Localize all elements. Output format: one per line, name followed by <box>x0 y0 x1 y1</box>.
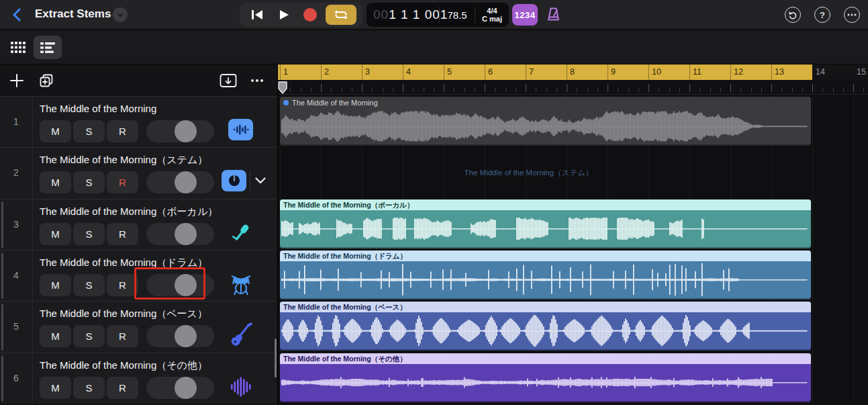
go-to-beginning-button[interactable] <box>246 5 269 25</box>
playhead-position: 001 1 1 001 <box>367 7 439 22</box>
volume-knob[interactable] <box>175 377 197 399</box>
cycle-button[interactable] <box>326 5 356 25</box>
record-enable-button[interactable]: R <box>107 171 138 193</box>
solo-button[interactable]: S <box>73 377 105 399</box>
solo-button[interactable]: S <box>73 171 105 193</box>
lane-row[interactable]: The Middle of the Morning <box>278 96 868 147</box>
region-bass[interactable]: The Middle of the Morning（ベース） <box>280 302 811 351</box>
mute-button[interactable]: M <box>40 171 71 193</box>
tempo-display: 78.5 <box>440 9 475 21</box>
region-other[interactable]: The Middle of the Morning（その他） <box>280 353 811 402</box>
edit-toolbar: トリム スナップ 1/4 <box>0 30 868 64</box>
track-row[interactable]: 4 The Middle of the Morning（ドラム） M S R <box>0 250 277 301</box>
volume-slider[interactable] <box>146 274 214 296</box>
region-label: The Middle of the Morning <box>292 99 378 107</box>
volume-slider[interactable] <box>146 223 214 245</box>
volume-knob[interactable] <box>175 325 197 347</box>
bar-number: 10 <box>652 67 661 77</box>
back-icon[interactable] <box>9 7 26 23</box>
lane-row[interactable]: The Middle of the Morning（ボーカル） <box>278 199 868 250</box>
stack-placeholder-label: The Middle of the Morning（ステム） <box>280 147 811 198</box>
lane-row[interactable]: The Middle of the Morning（ドラム） <box>278 250 868 301</box>
waveform-full-mix <box>280 109 810 143</box>
solo-button[interactable]: S <box>73 274 105 296</box>
duplicate-track-icon[interactable] <box>37 71 56 90</box>
mute-button[interactable]: M <box>40 223 71 245</box>
mute-button[interactable]: M <box>40 325 71 347</box>
browser-grid-icon[interactable] <box>8 36 28 59</box>
panel-scrollbar[interactable] <box>275 339 277 377</box>
cycle-icon <box>334 9 348 20</box>
track-panel-header <box>0 64 277 96</box>
track-row[interactable]: 6 The Middle of the Morning（その他） M S R <box>0 353 277 404</box>
mute-button[interactable]: M <box>40 274 71 296</box>
bass-guitar-icon <box>228 322 254 349</box>
record-enable-button[interactable]: R <box>107 120 138 142</box>
undo-icon[interactable] <box>785 7 801 23</box>
metronome-icon[interactable] <box>545 6 562 26</box>
mute-button[interactable]: M <box>40 377 71 399</box>
solo-button[interactable]: S <box>73 120 105 142</box>
solo-button[interactable]: S <box>73 325 105 347</box>
count-in-button[interactable]: 1234 <box>512 4 538 26</box>
bar-number: 11 <box>693 67 702 77</box>
region-drums[interactable]: The Middle of the Morning（ドラム） <box>280 251 811 300</box>
region-label: The Middle of the Morning（ボーカル） <box>280 199 811 210</box>
tracks-view-button[interactable] <box>34 36 62 59</box>
waveform-vocals <box>280 211 810 246</box>
help-icon[interactable]: ? <box>814 7 830 23</box>
track-row[interactable]: 5 The Middle of the Morning（ベース） M S R <box>0 301 277 352</box>
add-track-icon[interactable] <box>7 71 26 90</box>
track-title: The Middle of the Morning（その他） <box>40 359 207 372</box>
region-label: The Middle of the Morning（ドラム） <box>280 251 811 261</box>
track-number: 1 <box>0 116 32 127</box>
cycle-region[interactable] <box>278 64 812 80</box>
track-row[interactable]: 3 The Middle of the Morning（ボーカル） M S R <box>0 199 277 250</box>
waveform-other <box>280 365 810 400</box>
region-full-mix[interactable]: The Middle of the Morning <box>280 97 811 146</box>
volume-knob[interactable] <box>175 171 197 193</box>
record-enable-button[interactable]: R <box>107 377 138 399</box>
volume-knob[interactable] <box>175 223 197 245</box>
track-row[interactable]: 1 The Middle of the Morning M S R <box>0 96 277 147</box>
import-icon[interactable] <box>219 71 238 90</box>
playhead-handle[interactable] <box>278 81 287 97</box>
volume-knob[interactable] <box>175 274 197 296</box>
solo-button[interactable]: S <box>73 223 105 245</box>
play-button[interactable] <box>273 5 295 25</box>
track-number: 2 <box>0 167 32 178</box>
title-chevron-down-icon[interactable] <box>113 7 128 22</box>
track-stack-disclosure-icon[interactable] <box>252 170 269 191</box>
record-button[interactable] <box>299 5 322 25</box>
volume-knob[interactable] <box>175 120 197 142</box>
bar-ruler[interactable]: 123456789101112131415 <box>278 64 868 95</box>
stem-splitter-icon[interactable] <box>222 170 246 191</box>
bar-number: 13 <box>775 67 784 77</box>
audio-waveform-icon[interactable] <box>228 119 253 140</box>
volume-slider[interactable] <box>146 120 214 142</box>
record-enable-button[interactable]: R <box>107 274 138 296</box>
transport-controls <box>240 3 363 27</box>
lane-row[interactable]: The Middle of the Morning（ステム） <box>278 147 868 198</box>
record-enable-button[interactable]: R <box>107 223 138 245</box>
volume-slider[interactable] <box>146 171 214 193</box>
region-dot-icon <box>283 100 289 105</box>
ruler-ticks <box>278 80 868 95</box>
lcd-display[interactable]: 001 1 1 001 78.5 4/4 C maj <box>367 3 509 27</box>
arrange-area[interactable]: 123456789101112131415 The Middle of the … <box>277 64 868 405</box>
region-vocals[interactable]: The Middle of the Morning（ボーカル） <box>280 199 811 249</box>
bar-number: 3 <box>365 67 370 77</box>
bar-number: 5 <box>447 67 452 77</box>
track-row[interactable]: 2 The Middle of the Morning（ステム） M S R <box>0 147 277 198</box>
track-panel-more-icon[interactable] <box>248 71 267 90</box>
mute-button[interactable]: M <box>40 120 71 142</box>
bar-number: 12 <box>734 67 743 77</box>
volume-slider[interactable] <box>146 325 214 347</box>
volume-slider[interactable] <box>146 377 214 399</box>
more-options-icon[interactable] <box>844 7 860 23</box>
bar-number: 7 <box>529 67 534 77</box>
lane-row[interactable]: The Middle of the Morning（その他） <box>278 353 868 404</box>
lane-row[interactable]: The Middle of the Morning（ベース） <box>278 301 868 352</box>
record-enable-button[interactable]: R <box>107 325 138 347</box>
bar-number: 1 <box>283 67 288 77</box>
